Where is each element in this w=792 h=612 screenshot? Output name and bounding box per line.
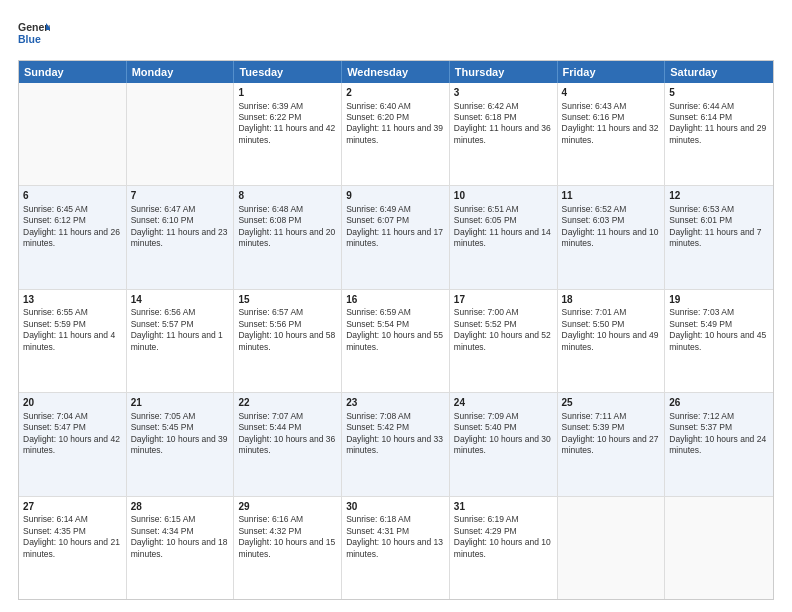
sunrise: Sunrise: 6:45 AM: [23, 204, 88, 214]
daylight: Daylight: 11 hours and 14 minutes.: [454, 227, 551, 248]
sunrise: Sunrise: 6:42 AM: [454, 101, 519, 111]
calendar-row: 27Sunrise: 6:14 AMSunset: 4:35 PMDayligh…: [19, 496, 773, 599]
daylight: Daylight: 10 hours and 52 minutes.: [454, 330, 551, 351]
calendar-row: 1Sunrise: 6:39 AMSunset: 6:22 PMDaylight…: [19, 83, 773, 185]
calendar-cell: 30Sunrise: 6:18 AMSunset: 4:31 PMDayligh…: [342, 497, 450, 599]
calendar-cell: 12Sunrise: 6:53 AMSunset: 6:01 PMDayligh…: [665, 186, 773, 288]
calendar-cell: 13Sunrise: 6:55 AMSunset: 5:59 PMDayligh…: [19, 290, 127, 392]
calendar-cell: 20Sunrise: 7:04 AMSunset: 5:47 PMDayligh…: [19, 393, 127, 495]
sunset: Sunset: 4:34 PM: [131, 526, 194, 536]
sunset: Sunset: 5:57 PM: [131, 319, 194, 329]
daylight: Daylight: 11 hours and 17 minutes.: [346, 227, 443, 248]
daylight: Daylight: 10 hours and 55 minutes.: [346, 330, 443, 351]
calendar-cell: 22Sunrise: 7:07 AMSunset: 5:44 PMDayligh…: [234, 393, 342, 495]
sunrise: Sunrise: 6:53 AM: [669, 204, 734, 214]
day-number: 24: [454, 396, 553, 410]
daylight: Daylight: 10 hours and 13 minutes.: [346, 537, 443, 558]
day-number: 16: [346, 293, 445, 307]
sunset: Sunset: 5:40 PM: [454, 422, 517, 432]
sunset: Sunset: 5:49 PM: [669, 319, 732, 329]
sunrise: Sunrise: 6:43 AM: [562, 101, 627, 111]
day-number: 17: [454, 293, 553, 307]
header-cell-monday: Monday: [127, 61, 235, 83]
sunrise: Sunrise: 7:12 AM: [669, 411, 734, 421]
daylight: Daylight: 10 hours and 45 minutes.: [669, 330, 766, 351]
calendar-row: 13Sunrise: 6:55 AMSunset: 5:59 PMDayligh…: [19, 289, 773, 392]
sunset: Sunset: 6:08 PM: [238, 215, 301, 225]
day-number: 12: [669, 189, 769, 203]
sunrise: Sunrise: 6:56 AM: [131, 307, 196, 317]
daylight: Daylight: 11 hours and 7 minutes.: [669, 227, 761, 248]
svg-text:General: General: [18, 21, 50, 33]
logo-svg: General Blue: [18, 18, 50, 50]
calendar-cell: [558, 497, 666, 599]
header-cell-sunday: Sunday: [19, 61, 127, 83]
calendar-cell: 5Sunrise: 6:44 AMSunset: 6:14 PMDaylight…: [665, 83, 773, 185]
sunset: Sunset: 6:22 PM: [238, 112, 301, 122]
calendar-cell: 23Sunrise: 7:08 AMSunset: 5:42 PMDayligh…: [342, 393, 450, 495]
sunrise: Sunrise: 7:04 AM: [23, 411, 88, 421]
day-number: 8: [238, 189, 337, 203]
sunrise: Sunrise: 6:48 AM: [238, 204, 303, 214]
logo: General Blue: [18, 18, 50, 50]
sunset: Sunset: 5:47 PM: [23, 422, 86, 432]
day-number: 5: [669, 86, 769, 100]
daylight: Daylight: 11 hours and 23 minutes.: [131, 227, 228, 248]
sunset: Sunset: 5:45 PM: [131, 422, 194, 432]
sunset: Sunset: 5:59 PM: [23, 319, 86, 329]
daylight: Daylight: 10 hours and 10 minutes.: [454, 537, 551, 558]
sunrise: Sunrise: 6:40 AM: [346, 101, 411, 111]
day-number: 4: [562, 86, 661, 100]
calendar-cell: 16Sunrise: 6:59 AMSunset: 5:54 PMDayligh…: [342, 290, 450, 392]
header-cell-wednesday: Wednesday: [342, 61, 450, 83]
calendar-cell: 1Sunrise: 6:39 AMSunset: 6:22 PMDaylight…: [234, 83, 342, 185]
calendar-cell: [19, 83, 127, 185]
header: General Blue: [18, 18, 774, 50]
day-number: 1: [238, 86, 337, 100]
day-number: 10: [454, 189, 553, 203]
sunset: Sunset: 5:39 PM: [562, 422, 625, 432]
day-number: 11: [562, 189, 661, 203]
calendar-cell: 6Sunrise: 6:45 AMSunset: 6:12 PMDaylight…: [19, 186, 127, 288]
calendar-cell: 8Sunrise: 6:48 AMSunset: 6:08 PMDaylight…: [234, 186, 342, 288]
sunset: Sunset: 6:05 PM: [454, 215, 517, 225]
sunrise: Sunrise: 6:19 AM: [454, 514, 519, 524]
calendar-cell: 21Sunrise: 7:05 AMSunset: 5:45 PMDayligh…: [127, 393, 235, 495]
calendar-cell: 25Sunrise: 7:11 AMSunset: 5:39 PMDayligh…: [558, 393, 666, 495]
daylight: Daylight: 10 hours and 24 minutes.: [669, 434, 766, 455]
sunrise: Sunrise: 6:55 AM: [23, 307, 88, 317]
calendar-body: 1Sunrise: 6:39 AMSunset: 6:22 PMDaylight…: [19, 83, 773, 599]
daylight: Daylight: 10 hours and 33 minutes.: [346, 434, 443, 455]
daylight: Daylight: 11 hours and 29 minutes.: [669, 123, 766, 144]
day-number: 14: [131, 293, 230, 307]
day-number: 27: [23, 500, 122, 514]
sunset: Sunset: 6:03 PM: [562, 215, 625, 225]
daylight: Daylight: 10 hours and 18 minutes.: [131, 537, 228, 558]
day-number: 31: [454, 500, 553, 514]
daylight: Daylight: 10 hours and 36 minutes.: [238, 434, 335, 455]
sunset: Sunset: 6:18 PM: [454, 112, 517, 122]
calendar-row: 20Sunrise: 7:04 AMSunset: 5:47 PMDayligh…: [19, 392, 773, 495]
calendar-cell: 11Sunrise: 6:52 AMSunset: 6:03 PMDayligh…: [558, 186, 666, 288]
calendar-cell: 28Sunrise: 6:15 AMSunset: 4:34 PMDayligh…: [127, 497, 235, 599]
calendar-cell: 10Sunrise: 6:51 AMSunset: 6:05 PMDayligh…: [450, 186, 558, 288]
sunset: Sunset: 4:35 PM: [23, 526, 86, 536]
header-cell-saturday: Saturday: [665, 61, 773, 83]
sunrise: Sunrise: 6:39 AM: [238, 101, 303, 111]
daylight: Daylight: 10 hours and 21 minutes.: [23, 537, 120, 558]
daylight: Daylight: 10 hours and 49 minutes.: [562, 330, 659, 351]
header-cell-tuesday: Tuesday: [234, 61, 342, 83]
calendar-cell: 2Sunrise: 6:40 AMSunset: 6:20 PMDaylight…: [342, 83, 450, 185]
day-number: 25: [562, 396, 661, 410]
sunrise: Sunrise: 7:00 AM: [454, 307, 519, 317]
sunrise: Sunrise: 7:09 AM: [454, 411, 519, 421]
sunrise: Sunrise: 6:15 AM: [131, 514, 196, 524]
sunrise: Sunrise: 6:18 AM: [346, 514, 411, 524]
calendar-cell: 3Sunrise: 6:42 AMSunset: 6:18 PMDaylight…: [450, 83, 558, 185]
daylight: Daylight: 10 hours and 15 minutes.: [238, 537, 335, 558]
calendar-cell: 19Sunrise: 7:03 AMSunset: 5:49 PMDayligh…: [665, 290, 773, 392]
day-number: 6: [23, 189, 122, 203]
daylight: Daylight: 11 hours and 10 minutes.: [562, 227, 659, 248]
sunrise: Sunrise: 6:57 AM: [238, 307, 303, 317]
calendar-cell: 14Sunrise: 6:56 AMSunset: 5:57 PMDayligh…: [127, 290, 235, 392]
